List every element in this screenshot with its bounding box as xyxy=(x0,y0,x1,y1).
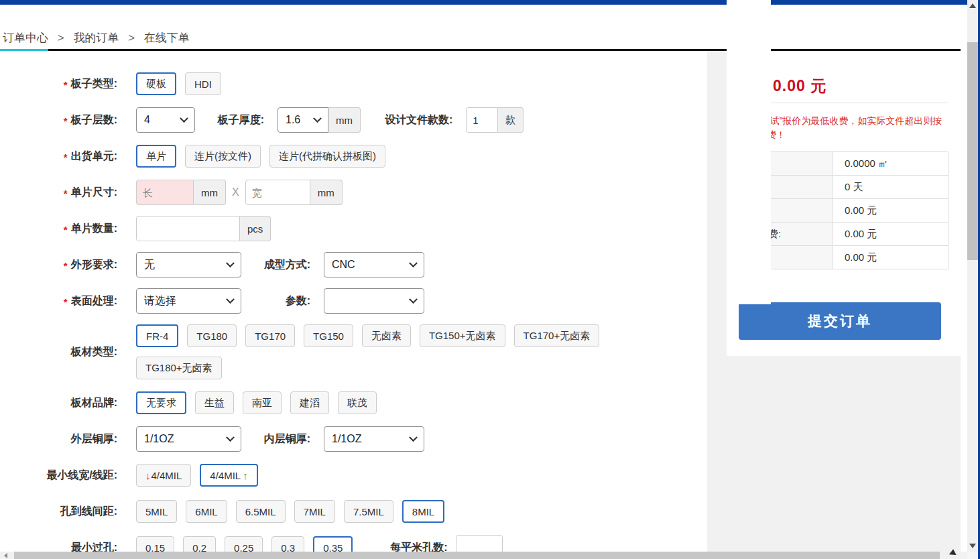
required-asterisk: * xyxy=(64,115,68,127)
hole-to-line-option-7mil[interactable]: 7MIL xyxy=(294,500,335,523)
material-type-option-tg180[interactable]: TG180 xyxy=(187,324,237,347)
param-select[interactable] xyxy=(324,288,424,314)
piece-qty-group: pcs xyxy=(136,216,271,241)
chevron-down-icon xyxy=(313,114,322,123)
form-row-material-type: 板材类型: FR-4 TG180 TG170 TG150 无卤素 TG150+无… xyxy=(0,324,707,379)
material-type-option-tg150[interactable]: TG150 xyxy=(304,324,353,347)
forming-select-value: CNC xyxy=(332,259,355,271)
outline-select[interactable]: 无 xyxy=(136,252,241,277)
min-trace-down-text: 4/4MIL xyxy=(151,470,182,481)
breadcrumb-online-order[interactable]: 在线下单 xyxy=(144,32,190,44)
layers-select[interactable]: 4 xyxy=(136,107,195,133)
vertical-scrollbar[interactable] xyxy=(967,0,978,559)
material-type-option-halogen-free[interactable]: 无卤素 xyxy=(362,324,411,347)
outer-copper-select-value: 1/1OZ xyxy=(144,433,174,445)
material-type-label: 板材类型: xyxy=(0,345,136,359)
piece-length-input[interactable] xyxy=(136,180,194,205)
material-brand-option-any[interactable]: 无要求 xyxy=(136,391,186,414)
design-files-group: 款 xyxy=(466,107,524,133)
piece-qty-input[interactable] xyxy=(136,216,240,241)
arrow-up-icon: ↑ xyxy=(243,470,248,481)
scroll-left-button[interactable] xyxy=(0,552,11,559)
header-divider-accent-card xyxy=(727,0,771,304)
hole-to-line-option-6-5mil[interactable]: 6.5MIL xyxy=(236,500,286,523)
summary-tax-value: 0.00 元 xyxy=(833,246,948,269)
material-type-option-tg150-halogen-free[interactable]: TG150+无卤素 xyxy=(420,324,505,347)
chevron-down-icon xyxy=(226,433,235,442)
piece-qty-unit: pcs xyxy=(240,216,271,241)
material-brand-option-kingboard[interactable]: 建滔 xyxy=(290,391,329,414)
required-asterisk: * xyxy=(64,188,68,199)
thickness-unit: mm xyxy=(328,107,361,133)
forming-select[interactable]: CNC xyxy=(324,252,424,277)
hole-to-line-option-6mil[interactable]: 6MIL xyxy=(186,500,227,523)
arrow-down-icon: ↓ xyxy=(145,470,151,481)
material-brand-option-nanya[interactable]: 南亚 xyxy=(243,391,282,414)
min-trace-up-text: 4/4MIL xyxy=(210,470,241,481)
form-row-material-brand: 板材品牌: 无要求 生益 南亚 建滔 联茂 xyxy=(0,390,707,416)
piece-size-label: *单片尺寸: xyxy=(0,186,136,200)
hole-to-line-option-7-5mil[interactable]: 7.5MIL xyxy=(344,500,393,523)
inner-copper-select[interactable]: 1/1OZ xyxy=(324,426,424,452)
thickness-group: 1.6 mm xyxy=(278,107,361,133)
board-type-option-hdi[interactable]: HDI xyxy=(185,72,221,95)
horizontal-scrollbar[interactable] xyxy=(0,552,967,559)
form-row-layers: *板子层数: 4 板子厚度: 1.6 mm 设计文件款数: 款 xyxy=(0,107,707,133)
breadcrumb-separator: > xyxy=(128,32,135,44)
form-row-copper: 外层铜厚: 1/1OZ 内层铜厚: 1/1OZ xyxy=(0,426,707,452)
hole-to-line-label: 孔到线间距: xyxy=(0,505,136,519)
ship-unit-option-panel-by-file[interactable]: 连片(按文件) xyxy=(185,145,261,168)
required-asterisk: * xyxy=(64,224,68,235)
forming-label: 成型方式: xyxy=(258,258,310,272)
piece-length-group: mm xyxy=(136,180,226,205)
inner-copper-select-value: 1/1OZ xyxy=(332,433,361,445)
material-brand-option-shengyi[interactable]: 生益 xyxy=(195,391,234,414)
thickness-select[interactable]: 1.6 xyxy=(278,107,328,133)
design-files-input[interactable] xyxy=(466,107,498,133)
top-navigation-bar xyxy=(0,0,967,5)
breadcrumb-my-orders[interactable]: 我的订单 xyxy=(73,32,119,44)
required-asterisk: * xyxy=(64,79,68,90)
required-asterisk: * xyxy=(64,151,68,163)
material-type-option-tg170[interactable]: TG170 xyxy=(245,324,295,347)
amount-value: 0.00 元 xyxy=(773,76,826,97)
scroll-left-arrow-icon xyxy=(4,553,7,558)
surface-select[interactable]: 请选择 xyxy=(136,288,241,314)
scroll-down-button[interactable] xyxy=(967,540,978,552)
min-trace-option-up[interactable]: 4/4MIL ↑ xyxy=(200,464,257,487)
order-form: *板子类型: 硬板 HDI *板子层数: 4 板子厚度: 1.6 mm 设计文件… xyxy=(0,52,707,559)
scroll-up-button[interactable] xyxy=(967,0,978,11)
thickness-select-value: 1.6 xyxy=(286,114,300,126)
layers-label: *板子层数: xyxy=(0,113,136,127)
outer-copper-select[interactable]: 1/1OZ xyxy=(136,426,241,452)
min-trace-option-down[interactable]: ↓ 4/4MIL xyxy=(136,464,191,487)
thickness-label: 板子厚度: xyxy=(212,113,264,127)
breadcrumb-order-center[interactable]: 订单中心 xyxy=(3,32,48,44)
board-type-option-rigid[interactable]: 硬板 xyxy=(136,72,176,95)
piece-length-unit: mm xyxy=(194,180,226,205)
material-brand-label: 板材品牌: xyxy=(0,396,136,410)
material-type-option-tg180-halogen-free[interactable]: TG180+无卤素 xyxy=(136,357,222,379)
material-type-option-tg170-halogen-free[interactable]: TG170+无卤素 xyxy=(514,324,600,347)
horizontal-scrollbar-thumb[interactable] xyxy=(14,552,940,559)
material-type-options: FR-4 TG180 TG170 TG150 无卤素 TG150+无卤素 TG1… xyxy=(136,324,608,379)
header-divider-accent-left xyxy=(0,49,48,51)
surface-label: *表面处理: xyxy=(0,294,136,308)
piece-size-x-separator: X xyxy=(232,186,239,198)
summary-board-fee-value: 0.00 元 xyxy=(833,199,948,223)
hole-to-line-option-8mil[interactable]: 8MIL xyxy=(402,500,444,523)
chevron-down-icon xyxy=(409,433,418,442)
scroll-down-arrow-icon xyxy=(969,544,976,548)
layers-select-value: 4 xyxy=(144,114,150,126)
material-type-option-fr4[interactable]: FR-4 xyxy=(136,324,178,347)
outline-select-value: 无 xyxy=(144,258,155,272)
ship-unit-option-panel-confirm[interactable]: 连片(代拼确认拼板图) xyxy=(269,145,385,168)
material-brand-option-lianmao[interactable]: 联茂 xyxy=(338,391,377,414)
ship-unit-option-single[interactable]: 单片 xyxy=(136,145,176,168)
chevron-down-icon xyxy=(226,295,235,304)
form-row-surface: *表面处理: 请选择 参数: xyxy=(0,288,707,314)
submit-order-button[interactable]: 提交订单 xyxy=(739,302,941,340)
vertical-scrollbar-thumb[interactable] xyxy=(967,42,978,260)
piece-width-input[interactable] xyxy=(245,180,310,205)
hole-to-line-option-5mil[interactable]: 5MIL xyxy=(136,500,177,523)
